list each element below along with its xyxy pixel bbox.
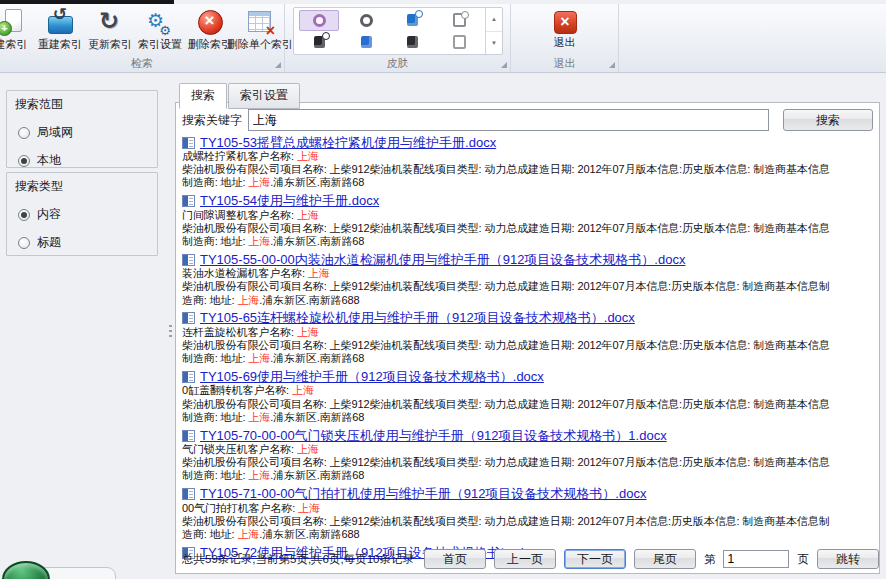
result-link[interactable]: TY105-70-00-00气门锁夹压机使用与维护手册（912项目设备技术规格书…	[200, 427, 667, 445]
result-item: TY105-65连杆螺栓旋松机使用与维护手册（912项目设备技术规格书）.doc…	[182, 311, 873, 366]
new-index-button[interactable]: 建索引	[0, 6, 35, 54]
search-scope-group: 搜索范围局域网本地	[6, 90, 158, 168]
highlighted-keyword: 上海	[237, 528, 259, 540]
search-button[interactable]: 搜索	[783, 109, 873, 131]
prev-page-button[interactable]: 上一页	[494, 549, 556, 569]
result-link[interactable]: TY105-71-00-00气门拍打机使用与维护手册（912项目设备技术规格书）…	[200, 485, 646, 503]
result-link[interactable]: TY105-65连杆螺栓旋松机使用与维护手册（912项目设备技术规格书）.doc…	[200, 309, 635, 327]
word-doc-icon	[182, 195, 195, 207]
rebuild-index-button[interactable]: 重建索引	[35, 6, 85, 54]
search-input[interactable]	[248, 109, 769, 131]
result-snippet-line: 柴油机股份有限公司项目名称: 上柴912柴油机装配线项目类型: 动力总成建造日期…	[182, 222, 873, 235]
result-snippet-line: 制造商: 地址: 上海.浦东新区.南新路68	[182, 176, 873, 189]
result-link[interactable]: TY105-55-00-00内装油水道检漏机使用与维护手册（912项目设备技术规…	[200, 251, 685, 269]
tab-search-label: 搜索	[191, 88, 215, 102]
radio-icon[interactable]	[18, 155, 30, 167]
skin-option-2[interactable]	[346, 10, 386, 31]
tab-strip: 搜索 索引设置	[179, 83, 301, 109]
result-link[interactable]: TY105-69使用与维护手册（912项目设备技术规格书）.docx	[200, 368, 544, 386]
skin-option-7[interactable]	[393, 32, 433, 53]
result-snippet-line: 装油水道检漏机客户名称: 上海	[182, 267, 873, 280]
sidebar: 搜索范围局域网本地搜索类型内容标题	[0, 73, 168, 579]
highlighted-keyword: 上海	[248, 469, 270, 481]
next-page-button[interactable]: 下一页	[564, 549, 626, 569]
result-snippet-line: 制造商: 地址: 上海.浦东新区.南新路68	[182, 235, 873, 248]
result-snippet-line: 门间隙调整机客户名称: 上海	[182, 209, 873, 222]
tab-index-settings-label: 索引设置	[240, 88, 288, 102]
delete-single-index-icon	[246, 8, 274, 36]
radio-icon[interactable]	[18, 209, 30, 221]
radio-option-1-1[interactable]: 标题	[18, 234, 157, 251]
skin-option-8[interactable]	[440, 32, 480, 53]
ribbon: 建索引重建索引更新索引索引设置删除索引删除单个索引 检索 ▲ ▼ 皮肤 退出 退…	[0, 4, 886, 73]
dialog-launcher-icon[interactable]	[275, 62, 281, 68]
page-number-input[interactable]	[723, 550, 789, 568]
search-tab-page: 搜索关键字 搜索 TY105-53摇臂总成螺栓拧紧机使用与维护手册.docx成螺…	[175, 102, 880, 574]
rebuild-index-icon	[46, 8, 74, 36]
skin-icon	[407, 36, 418, 48]
skin-option-1[interactable]	[299, 10, 339, 31]
result-title-row: TY105-70-00-00气门锁夹压机使用与维护手册（912项目设备技术规格书…	[182, 428, 873, 443]
update-index-button[interactable]: 更新索引	[85, 6, 135, 54]
result-title-row: TY105-54使用与维护手册.docx	[182, 194, 873, 209]
radio-label: 局域网	[37, 124, 73, 141]
result-snippet-line: 0缸盖翻转机客户名称: 上海	[182, 384, 873, 397]
result-title-row: TY105-55-00-00内装油水道检漏机使用与维护手册（912项目设备技术规…	[182, 252, 873, 267]
result-snippet-line: 制造商: 地址: 上海.浦东新区.南新路68	[182, 411, 873, 424]
result-link[interactable]: TY105-53摇臂总成螺栓拧紧机使用与维护手册.docx	[200, 134, 496, 152]
highlighted-keyword: 上海	[297, 443, 319, 455]
radio-icon[interactable]	[18, 237, 30, 249]
tab-search[interactable]: 搜索	[179, 83, 227, 109]
first-page-button[interactable]: 首页	[424, 549, 486, 569]
skin-icon	[453, 35, 466, 49]
tab-index-settings[interactable]: 索引设置	[228, 83, 300, 109]
skin-option-6[interactable]	[346, 32, 386, 53]
result-snippet-line: 柴油机股份有限公司项目名称: 上柴912柴油机装配线项目类型: 动力总成建造日期…	[182, 339, 873, 352]
ribbon-group-index-label: 检索	[0, 56, 284, 71]
radio-option-0-1[interactable]: 本地	[18, 152, 157, 169]
update-index-icon	[96, 8, 124, 36]
index-settings-button[interactable]: 索引设置	[135, 6, 185, 54]
result-title-row: TY105-71-00-00气门拍打机使用与维护手册（912项目设备技术规格书）…	[182, 487, 873, 502]
skin-option-4[interactable]	[440, 10, 480, 31]
result-link[interactable]: TY105-54使用与维护手册.docx	[200, 192, 379, 210]
word-doc-icon	[182, 137, 195, 149]
highlighted-keyword: 上海	[248, 352, 270, 364]
highlighted-keyword: 上海	[248, 411, 270, 423]
result-snippet-line: 制造商: 地址: 上海.浦东新区.南新路68	[182, 469, 873, 482]
result-item: TY105-53摇臂总成螺栓拧紧机使用与维护手册.docx成螺栓拧紧机客户名称:…	[182, 135, 873, 190]
last-page-button[interactable]: 尾页	[634, 549, 696, 569]
splitter-grip-icon	[169, 325, 172, 340]
results-list: TY105-53摇臂总成螺栓拧紧机使用与维护手册.docx成螺栓拧紧机客户名称:…	[182, 135, 873, 560]
result-snippet-line: 00气门拍打机客户名称: 上海	[182, 502, 873, 515]
result-snippet-line: 气门锁夹压机客户名称: 上海	[182, 443, 873, 456]
radio-icon[interactable]	[18, 127, 30, 139]
dialog-launcher-icon[interactable]	[501, 62, 507, 68]
ribbon-group-index: 建索引重建索引更新索引索引设置删除索引删除单个索引 检索	[0, 4, 285, 72]
skin-icon	[361, 36, 372, 48]
gallery-scroll: ▲ ▼	[485, 8, 502, 54]
jump-button[interactable]: 跳转	[817, 549, 879, 569]
word-doc-icon	[182, 312, 195, 324]
exit-button[interactable]: 退出	[537, 8, 593, 52]
result-snippet-line: 柴油机股份有限公司项目名称: 上柴912柴油机装配线项目类型: 动力总成建造日期…	[182, 456, 873, 469]
result-item: TY105-55-00-00内装油水道检漏机使用与维护手册（912项目设备技术规…	[182, 252, 873, 307]
dialog-launcher-icon[interactable]	[609, 62, 615, 68]
radio-option-1-0[interactable]: 内容	[18, 206, 157, 223]
ribbon-group-exit: 退出 退出	[511, 4, 619, 72]
gallery-up-icon[interactable]: ▲	[486, 8, 502, 32]
radio-option-0-0[interactable]: 局域网	[18, 124, 157, 141]
ribbon-button-label: 建索引	[0, 37, 28, 52]
highlighted-keyword: 上海	[292, 384, 314, 396]
delete-single-index-button[interactable]: 删除单个索引	[235, 6, 285, 54]
gallery-down-icon[interactable]: ▼	[486, 32, 502, 55]
ribbon-group-skin-label: 皮肤	[285, 56, 510, 71]
highlighted-keyword: 上海	[248, 235, 270, 247]
skin-option-5[interactable]	[299, 32, 339, 53]
delete-index-icon	[196, 8, 224, 36]
corner-green-orb	[2, 561, 50, 579]
pagination-summary: 总共59条记录,当前第5页,共6页,每页10条记录	[182, 552, 414, 567]
skin-option-3[interactable]	[393, 10, 433, 31]
skin-gallery: ▲ ▼	[293, 7, 503, 55]
result-item: TY105-71-00-00气门拍打机使用与维护手册（912项目设备技术规格书）…	[182, 487, 873, 542]
